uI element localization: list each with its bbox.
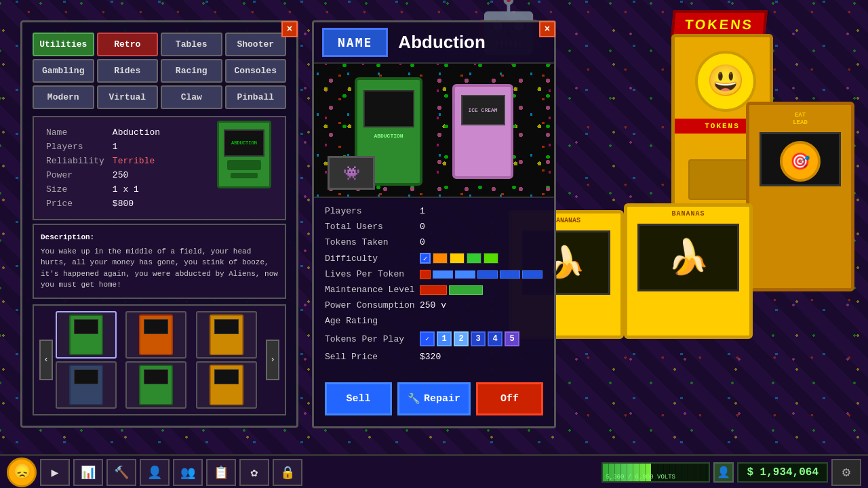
thumb-prev[interactable]: ‹ [39, 340, 53, 380]
tok-1[interactable]: 1 [437, 331, 452, 346]
stat-tokens-taken-label: Tokens Taken [325, 237, 420, 247]
stat-tokens-play-label: Tokens Per Play [325, 334, 420, 344]
diff-block-4 [484, 253, 498, 264]
price-value: $800 [108, 197, 277, 211]
cat-btn-consoles[interactable]: Consoles [225, 59, 287, 83]
description-text: You wake up in the middle of a field, yo… [41, 246, 278, 291]
stat-maintenance-label: Maintenance Level [325, 285, 420, 295]
stat-total-users: Total Users 0 [325, 222, 543, 232]
stat-players-label: Players [325, 206, 420, 216]
thumb-next[interactable]: › [266, 340, 279, 380]
name-label: Name [42, 125, 108, 140]
tok-4[interactable]: 4 [488, 331, 502, 346]
person-status-icon: 👤 [713, 462, 734, 483]
lives-seg-4 [500, 270, 520, 279]
stat-power: Power Consumption 250 v [325, 300, 543, 310]
sell-button[interactable]: Sell [325, 382, 392, 415]
power-text: 5,360 / 6,000 VOLTS [606, 474, 675, 481]
stat-sell-price: Sell Price $320 [325, 352, 543, 362]
machine-image: ABDUCTION ICE CREAM 👾 [314, 62, 554, 198]
detail-panel: × NAME Abduction ABDUCTION ICE CREAM 👾 P… [312, 20, 556, 428]
stat-difficulty-label: Difficulty [325, 253, 420, 264]
settings-button[interactable]: ⚙ [831, 459, 861, 486]
cat-btn-gambling[interactable]: Gambling [33, 59, 94, 83]
stat-tokens-per-play: Tokens Per Play ✓ 1 2 3 4 5 [325, 331, 543, 346]
thumb-item-6[interactable] [196, 361, 257, 409]
cat-btn-pinball[interactable]: Pinball [225, 85, 287, 109]
stat-lives: Lives Per Token [325, 269, 543, 279]
money-display: $ 1,934,064 [737, 462, 828, 483]
build-button-1[interactable]: 🔨 [106, 459, 136, 486]
stat-players: Players 1 [325, 206, 543, 216]
tok-2[interactable]: 2 [454, 331, 469, 346]
cat-btn-utilities[interactable]: Utilities [33, 33, 94, 56]
eat-lead-label: EATLEAD [749, 112, 851, 127]
cat-btn-racing[interactable]: Racing [161, 59, 222, 83]
cat-btn-modern[interactable]: Modern [33, 85, 94, 109]
sprite-controls [227, 160, 261, 170]
detail-panel-close[interactable]: × [539, 21, 555, 37]
power-bar: 5,360 / 6,000 VOLTS [601, 462, 710, 483]
cat-btn-shooter[interactable]: Shooter [225, 33, 287, 56]
flower-button[interactable]: ✿ [239, 459, 269, 486]
lives-seg-5 [522, 270, 542, 279]
person-button-1[interactable]: 👤 [140, 459, 170, 486]
repair-button[interactable]: 🔧 Repair [397, 382, 471, 415]
stat-tokens-taken: Tokens Taken 0 [325, 237, 543, 247]
wrench-icon: 🔧 [408, 392, 420, 405]
machine-info-box: ABDUCTION Name Abduction Players 1 Relia… [33, 116, 286, 220]
lock-button[interactable]: 🔒 [273, 459, 302, 486]
smiley-button[interactable]: 😞 [7, 458, 37, 487]
description-title: Description: [41, 232, 278, 243]
stat-sell-price-label: Sell Price [325, 352, 420, 362]
stats-section: Players 1 Total Users 0 Tokens Taken 0 D… [314, 198, 554, 375]
tok-3[interactable]: 3 [471, 331, 486, 346]
action-buttons: Sell 🔧 Repair Off [314, 375, 554, 426]
detail-machine-right: ICE CREAM [452, 84, 513, 179]
play-button[interactable]: ▶ [40, 459, 70, 486]
stat-power-label: Power Consumption [325, 300, 420, 310]
diff-block-3 [467, 253, 481, 264]
thumbnails-section: ‹ [33, 304, 286, 415]
cat-btn-rides[interactable]: Rides [97, 59, 159, 83]
lives-seg-1 [433, 270, 453, 279]
lives-bar [420, 270, 542, 279]
thumb-item-3[interactable] [196, 311, 257, 359]
stat-maintenance: Maintenance Level [325, 285, 543, 295]
chart-button[interactable]: 📊 [73, 459, 103, 486]
clipboard-button[interactable]: 📋 [206, 459, 236, 486]
thumb-item-5[interactable] [125, 361, 186, 409]
cat-btn-virtual[interactable]: Virtual [97, 85, 159, 109]
thumb-item-4[interactable] [56, 361, 117, 409]
players-label: Players [42, 140, 108, 154]
description-box: Description: You wake up in the middle o… [33, 224, 286, 299]
diff-block-1 [433, 253, 448, 264]
diff-block-2 [450, 253, 465, 264]
stat-power-value: 250 v [420, 300, 446, 310]
maint-green [449, 285, 483, 295]
lives-checkbox [420, 270, 431, 279]
stat-lives-label: Lives Per Token [325, 269, 420, 279]
tok-5[interactable]: 5 [505, 331, 519, 346]
maintenance-bar [420, 285, 483, 295]
bananas-label-1: BANANAS [627, 210, 749, 218]
price-label: Price [42, 197, 108, 211]
off-button[interactable]: Off [476, 382, 543, 415]
difficulty-bar: ✓ [420, 253, 498, 264]
diff-checkbox: ✓ [420, 253, 431, 264]
cat-btn-retro[interactable]: Retro [97, 33, 159, 56]
stat-difficulty: Difficulty ✓ [325, 253, 543, 264]
tokens-per-play-bar: ✓ 1 2 3 4 5 [420, 331, 519, 346]
cat-btn-tables[interactable]: Tables [161, 33, 222, 56]
sprite-screen: ABDUCTION [224, 129, 264, 157]
person-button-2[interactable]: 👥 [173, 459, 203, 486]
thumb-item-1[interactable] [56, 311, 117, 359]
stat-players-value: 1 [420, 206, 425, 216]
background-machines: TOKENS 😃 TOKENS EATLEAD 🎯 BANANAS 🍌 BANA… [529, 0, 868, 407]
left-panel-close[interactable]: × [281, 21, 298, 37]
lives-seg-2 [455, 270, 475, 279]
stat-age-label: Age Rating [325, 316, 420, 326]
tok-checkbox[interactable]: ✓ [420, 331, 435, 346]
cat-btn-claw[interactable]: Claw [161, 85, 222, 109]
thumb-item-2[interactable] [125, 311, 186, 359]
